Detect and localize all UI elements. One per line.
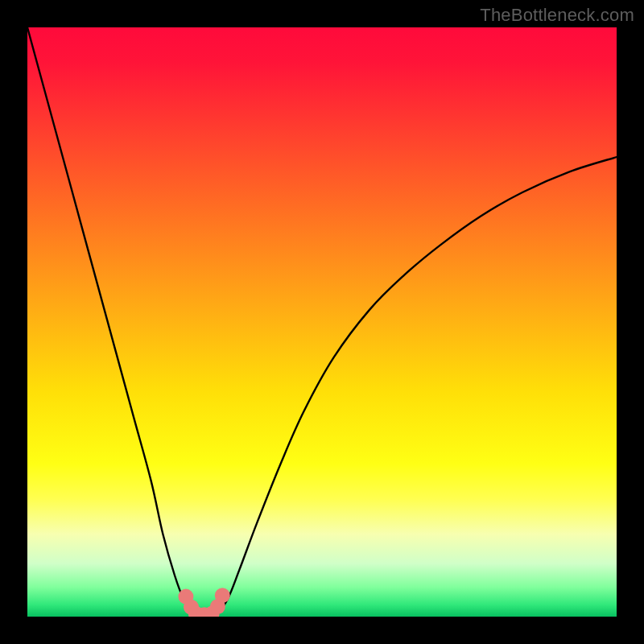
plot-area xyxy=(27,27,617,617)
watermark-text: TheBottleneck.com xyxy=(480,5,634,26)
marker-group xyxy=(178,588,229,617)
outer-frame: TheBottleneck.com xyxy=(0,0,644,644)
curve-right xyxy=(216,157,617,617)
curve-left xyxy=(27,27,198,617)
chart-svg xyxy=(27,27,617,617)
marker-dot xyxy=(215,588,230,603)
